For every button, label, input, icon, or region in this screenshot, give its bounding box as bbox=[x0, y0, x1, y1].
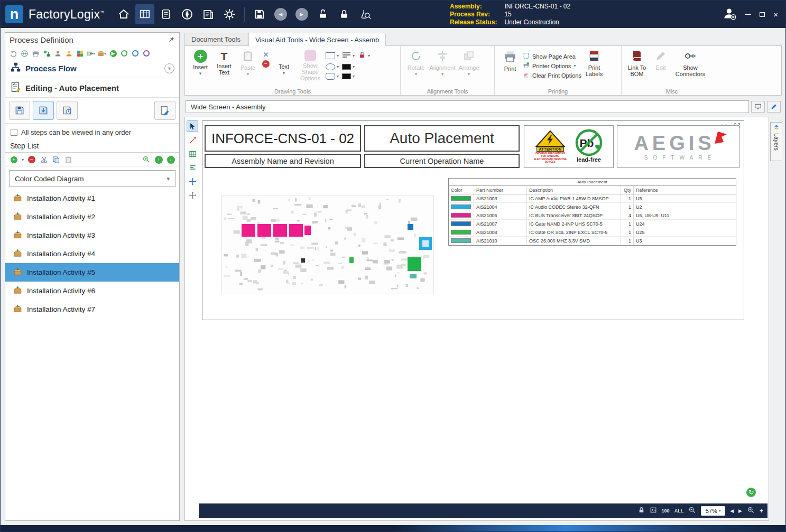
zoom-all-button[interactable]: ALL bbox=[674, 508, 684, 514]
copy-icon[interactable] bbox=[52, 155, 60, 164]
zoom-out-icon[interactable] bbox=[688, 506, 696, 516]
tab-document-tools[interactable]: Document Tools bbox=[184, 33, 247, 45]
fill-color-swatch[interactable] bbox=[342, 64, 351, 70]
save-schedule-button[interactable] bbox=[57, 101, 78, 120]
record-ring-icon[interactable] bbox=[142, 49, 151, 58]
step-item[interactable]: Installation Activity #6 bbox=[5, 282, 179, 300]
line-style-icon[interactable] bbox=[342, 52, 351, 60]
link-to-bom-button[interactable]: Link To BOM bbox=[626, 48, 648, 77]
order-checkbox[interactable] bbox=[11, 129, 17, 136]
zoom-level-input[interactable]: 57%▾ bbox=[701, 506, 725, 516]
refresh-icon[interactable]: ↻ bbox=[746, 488, 756, 497]
insert-text-button[interactable]: TInsert Text bbox=[213, 48, 235, 76]
certification-box[interactable]: ATTENTION OBSERVE PRECAUTIONS FOR HANDLI… bbox=[524, 125, 614, 168]
show-connectors-button[interactable]: Show Connectors bbox=[673, 48, 707, 77]
alignment-button[interactable]: Alignment▾ bbox=[429, 48, 456, 77]
diagram-type-dropdown[interactable]: Color Coded Diagram ▾ bbox=[9, 170, 175, 187]
flow-add-icon[interactable] bbox=[42, 49, 51, 58]
image-icon[interactable] bbox=[650, 507, 657, 515]
operator-icon[interactable] bbox=[53, 49, 62, 58]
move-up-icon[interactable]: ↑ bbox=[154, 155, 163, 164]
edit-notes-button[interactable] bbox=[154, 101, 175, 120]
pan-tool-icon[interactable] bbox=[187, 189, 198, 201]
paste-button[interactable]: Paste▾ bbox=[237, 48, 259, 77]
edit-document-button[interactable] bbox=[767, 101, 781, 113]
save-button[interactable] bbox=[250, 4, 269, 24]
back-button[interactable]: ◀ bbox=[271, 4, 290, 24]
tab-visual-aid-tools[interactable]: Visual Aid Tools - Wide Screen - Assemb bbox=[248, 33, 386, 46]
reports-button[interactable] bbox=[199, 4, 218, 24]
lock-button[interactable] bbox=[335, 4, 354, 24]
layers-tab[interactable]: Layers bbox=[770, 122, 782, 161]
laser-pointer-icon[interactable] bbox=[187, 134, 198, 146]
save-open-button[interactable] bbox=[33, 101, 54, 120]
step-item[interactable]: Installation Activity #1 bbox=[5, 189, 179, 208]
assistant-icon[interactable] bbox=[64, 49, 73, 58]
status-ring-icon[interactable] bbox=[131, 49, 140, 58]
remove-step-icon[interactable]: − bbox=[27, 155, 36, 164]
forward-button[interactable]: ▶ bbox=[292, 4, 311, 24]
audit-search-button[interactable] bbox=[356, 4, 375, 24]
step-item-selected[interactable]: Installation Activity #5 bbox=[5, 263, 179, 282]
zoom-fit-icon[interactable]: + bbox=[760, 507, 763, 515]
display-mode-button[interactable] bbox=[751, 101, 765, 113]
print-button[interactable]: Print bbox=[499, 48, 521, 72]
color-lock-icon[interactable] bbox=[358, 51, 366, 61]
close-button[interactable]: × bbox=[773, 11, 778, 18]
step-item[interactable]: Installation Activity #4 bbox=[5, 245, 179, 263]
zoom-100-button[interactable]: 100 bbox=[662, 508, 670, 514]
rotate-button[interactable]: Rotate▾ bbox=[405, 48, 427, 77]
rectangle-shape-icon[interactable] bbox=[326, 52, 335, 59]
show-page-area-button[interactable]: Show Page Area bbox=[523, 52, 581, 60]
show-shape-options-button[interactable]: Show Shape Options bbox=[297, 48, 324, 81]
paste-icon[interactable] bbox=[64, 155, 72, 164]
pin-icon[interactable] bbox=[168, 35, 175, 44]
align-tool-icon[interactable] bbox=[187, 162, 198, 173]
assembly-caption-box[interactable]: Assembly Name and Revision bbox=[205, 154, 361, 168]
package-icon[interactable]: ▾ bbox=[98, 49, 106, 58]
add-step-icon[interactable]: + bbox=[10, 155, 18, 164]
process-flow-row[interactable]: Process Flow ▾ bbox=[5, 60, 179, 77]
page-next-icon[interactable]: ▶ bbox=[738, 508, 742, 514]
step-item[interactable]: Installation Activity #2 bbox=[5, 208, 179, 226]
ellipse-shape-icon[interactable] bbox=[326, 63, 335, 70]
settings-gear-button[interactable] bbox=[220, 4, 239, 24]
print-icon[interactable] bbox=[31, 49, 40, 58]
arrange-button[interactable]: Arrange▾ bbox=[458, 48, 480, 77]
process-definition-button[interactable] bbox=[135, 4, 154, 24]
zoom-step-icon[interactable] bbox=[142, 155, 151, 164]
operation-name-box[interactable]: Auto Placement bbox=[364, 125, 520, 152]
visual-aid-page[interactable]: ◀ ▶ INFORCE-CNS-01 - 02 Assembly Name an… bbox=[202, 120, 744, 320]
step-item[interactable]: Installation Activity #3 bbox=[5, 226, 179, 245]
documents-button[interactable] bbox=[156, 4, 175, 24]
document-title-input[interactable]: Wide Screen - Assembly bbox=[186, 100, 749, 113]
export-icon[interactable]: ▾ bbox=[87, 49, 95, 58]
navigation-button[interactable] bbox=[178, 4, 197, 24]
text-dropdown-button[interactable]: Text▾ bbox=[273, 48, 295, 76]
undo-icon[interactable] bbox=[9, 49, 17, 58]
design-canvas[interactable]: ◀ ▶ INFORCE-CNS-01 - 02 Assembly Name an… bbox=[184, 117, 769, 521]
block-icon[interactable]: − bbox=[262, 60, 270, 68]
delete-icon[interactable]: ✕ bbox=[263, 51, 269, 58]
select-tool-icon[interactable] bbox=[187, 120, 198, 132]
edit-button[interactable]: Edit bbox=[650, 48, 672, 71]
user-icon[interactable] bbox=[723, 6, 737, 22]
active-ring-icon[interactable] bbox=[120, 49, 128, 58]
home-button[interactable] bbox=[114, 4, 133, 24]
save-step-button[interactable] bbox=[9, 101, 30, 120]
move-down-icon[interactable]: ↓ bbox=[167, 155, 175, 164]
unlock-button[interactable] bbox=[313, 4, 332, 24]
collapse-chevron-icon[interactable]: ▾ bbox=[164, 63, 174, 73]
palette-icon[interactable] bbox=[76, 49, 84, 58]
insert-button[interactable]: +Insert▾ bbox=[189, 48, 211, 77]
assembly-name-box[interactable]: INFORCE-CNS-01 - 02 bbox=[205, 125, 361, 152]
start-icon[interactable]: ▶ bbox=[109, 49, 117, 58]
minimize-button[interactable] bbox=[745, 14, 751, 15]
add-step-caret[interactable]: ▾ bbox=[22, 157, 24, 162]
printer-options-button[interactable]: Printer Options▾ bbox=[523, 62, 581, 70]
grid-tool-icon[interactable] bbox=[187, 148, 198, 160]
cut-icon[interactable] bbox=[40, 155, 48, 164]
maximize-button[interactable] bbox=[760, 12, 765, 17]
operation-caption-box[interactable]: Current Operation Name bbox=[364, 154, 520, 168]
step-item[interactable]: Installation Activity #7 bbox=[5, 300, 179, 319]
